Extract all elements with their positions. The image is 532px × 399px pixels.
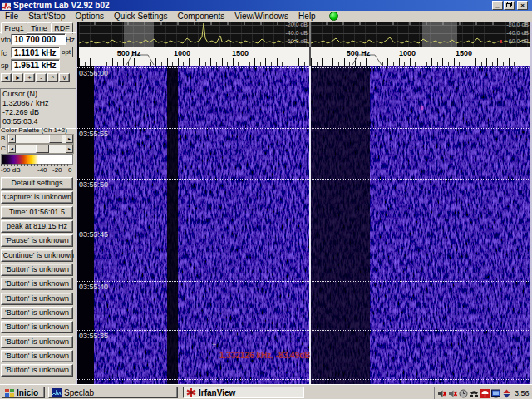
antivirus-umbrella-icon[interactable]	[480, 389, 490, 398]
start-button-label: Inicio	[17, 388, 38, 397]
unknown-button-5[interactable]: 'Button' is unknown	[1, 321, 73, 333]
cursor-info-title: Cursor (N)	[2, 90, 76, 99]
db-label-20-left: -20.0 dB	[279, 22, 308, 27]
time-label-1: 03:56:00	[79, 69, 108, 77]
contrast-right-arrow-icon[interactable]: ►	[66, 145, 73, 153]
task-button-speclab[interactable]: Speclab	[48, 387, 178, 398]
pause-button[interactable]: 'Pause' is unknown	[1, 234, 73, 247]
time-gridline	[77, 229, 530, 229]
freq-label-1500-left: 1500	[232, 49, 249, 57]
unknown-button-7[interactable]: 'Button' is unknown	[1, 350, 73, 362]
menu-help[interactable]: Help	[293, 11, 321, 22]
brightness-label: B	[1, 135, 5, 142]
updown-arrows-icon[interactable]	[502, 389, 511, 398]
brightness-left-arrow-icon[interactable]: ◄	[8, 135, 16, 143]
channel-divider-line	[309, 66, 311, 384]
vfo-label: vfo	[1, 36, 11, 44]
palette-scale-m20: -20	[52, 166, 62, 174]
contrast-track[interactable]	[16, 145, 66, 153]
menu-start-stop[interactable]: Start/Stop	[23, 11, 70, 22]
app-icon	[2, 2, 11, 10]
volume-muted-icon[interactable]	[437, 389, 446, 398]
tab-freq1[interactable]: Freq1	[1, 22, 27, 34]
tune-minus-button[interactable]: -	[36, 73, 47, 82]
restore-button[interactable]	[504, 1, 515, 10]
freq-label-500-right: 500 Hz	[347, 49, 371, 57]
wave-muted-icon[interactable]	[448, 389, 457, 398]
capture-button[interactable]: 'Capture' is unknown	[1, 191, 73, 204]
menu-bar: File Start/Stop Options Quick Settings C…	[0, 11, 532, 22]
status-green-indicator	[329, 12, 338, 21]
frequency-scale-right[interactable]: 500 Hz 1000 1500	[311, 47, 530, 66]
display-settings-icon[interactable]	[491, 389, 500, 398]
color-palette-title: Color Palette (Ch 1+2)	[1, 126, 67, 134]
scheduler-icon[interactable]	[459, 389, 468, 398]
time-gridline	[77, 330, 530, 331]
tune-up-button[interactable]: ^	[47, 73, 58, 82]
menu-quick-settings[interactable]: Quick Settings	[109, 11, 172, 22]
contrast-slider[interactable]: ◄ ►	[7, 144, 74, 154]
continue-button[interactable]: 'Continue' is unknown	[1, 249, 73, 262]
freq-label-1500-right: 1500	[456, 49, 472, 57]
time-label-6: 03:55:35	[79, 332, 108, 340]
cursor-frequency: 1.320867 kHz	[2, 99, 76, 108]
quiet-frequency-stripe	[167, 66, 178, 384]
contrast-left-arrow-icon[interactable]: ◄	[8, 145, 16, 153]
brightness-thumb[interactable]	[49, 135, 62, 143]
waterfall-cursor-mark: +	[212, 341, 216, 349]
menu-file[interactable]: File	[0, 11, 23, 22]
cursor-amplitude: -72.269 dB	[2, 108, 76, 117]
spectrum-pane-right[interactable]: -20.0 dB -40.0 dB -60.0 dB	[311, 22, 530, 47]
tune-right-button[interactable]: ►	[12, 73, 23, 82]
db-label-20-right: -20.0 dB	[500, 22, 529, 27]
time-gridline	[77, 379, 530, 380]
sp-input[interactable]	[11, 59, 60, 71]
brightness-right-arrow-icon[interactable]: ►	[66, 135, 73, 143]
cursor-info-box: Cursor (N) 1.320867 kHz -72.269 dB 03:55…	[0, 88, 76, 129]
unknown-button-3[interactable]: 'Button' is unknown	[1, 293, 73, 305]
task-button-label: Speclab	[64, 388, 94, 397]
peak-button[interactable]: peak at 819.15 Hz	[1, 220, 73, 233]
tune-plus-button[interactable]: +	[24, 73, 35, 82]
time-gridline	[77, 128, 530, 129]
fc-options-button[interactable]: opt	[59, 47, 73, 57]
unknown-button-1[interactable]: 'Button' is unknown	[1, 264, 73, 276]
default-settings-button[interactable]: Default settings	[1, 177, 73, 190]
db-label-40-right: -40.0 dB	[500, 30, 529, 36]
spectrum-pane-left[interactable]: -20.0 dB -40.0 dB -60.0 dB	[79, 22, 309, 47]
time-button[interactable]: Time: 01:56:01.5	[1, 206, 73, 219]
task-button-irfanview[interactable]: IrfanView	[183, 387, 304, 398]
cursor-time: 03:55:03.4	[2, 117, 76, 126]
contrast-label: C	[1, 145, 6, 152]
contrast-thumb[interactable]	[36, 145, 49, 153]
waterfall-cursor-readout: 1.332126 kHz, -83.49dB	[219, 351, 311, 360]
vfo-unit: Hz	[66, 36, 75, 44]
fc-input[interactable]	[11, 47, 60, 58]
frequency-scale-left[interactable]: 500 Hz 1000 1500	[79, 47, 309, 66]
freq-label-500-left: 500 Hz	[117, 49, 141, 57]
time-label-3: 03:55:50	[79, 180, 108, 189]
display-area: -20.0 dB -40.0 dB -60.0 dB -20.0 dB -40.…	[76, 22, 532, 384]
menu-options[interactable]: Options	[71, 11, 109, 22]
tune-down-button[interactable]: v	[59, 73, 70, 82]
unknown-button-8[interactable]: 'Button' is unknown	[1, 364, 73, 377]
start-button[interactable]: Inicio	[2, 387, 45, 398]
db-label-60-left: -60.0 dB	[279, 38, 308, 44]
title-bar[interactable]: Spectrum Lab V2.92 b02 _ ×	[0, 0, 532, 11]
menu-components[interactable]: Components	[173, 11, 230, 22]
unknown-button-4[interactable]: 'Button' is unknown	[1, 307, 73, 319]
close-button[interactable]: ×	[517, 1, 528, 10]
menu-view-windows[interactable]: View/Windows	[229, 11, 293, 22]
minimize-button[interactable]: _	[492, 1, 503, 10]
vfo-input[interactable]	[11, 33, 66, 45]
waterfall-display[interactable]: 03:56:00 03:55:55 03:55:50 03:55:45 03:5…	[77, 66, 530, 384]
tune-left-button[interactable]: ◄	[1, 73, 12, 82]
brightness-track[interactable]	[16, 135, 66, 143]
unknown-button-6[interactable]: 'Button' is unknown	[1, 336, 73, 348]
unknown-button-2[interactable]: 'Button' is unknown	[1, 278, 73, 290]
taskbar: Inicio Speclab IrfanView	[0, 384, 532, 399]
time-label-4: 03:55:45	[79, 230, 108, 239]
brightness-slider[interactable]: ◄ ►	[7, 134, 74, 144]
db-label-40-left: -40.0 dB	[279, 30, 308, 36]
phone-dialer-icon[interactable]	[470, 389, 479, 398]
